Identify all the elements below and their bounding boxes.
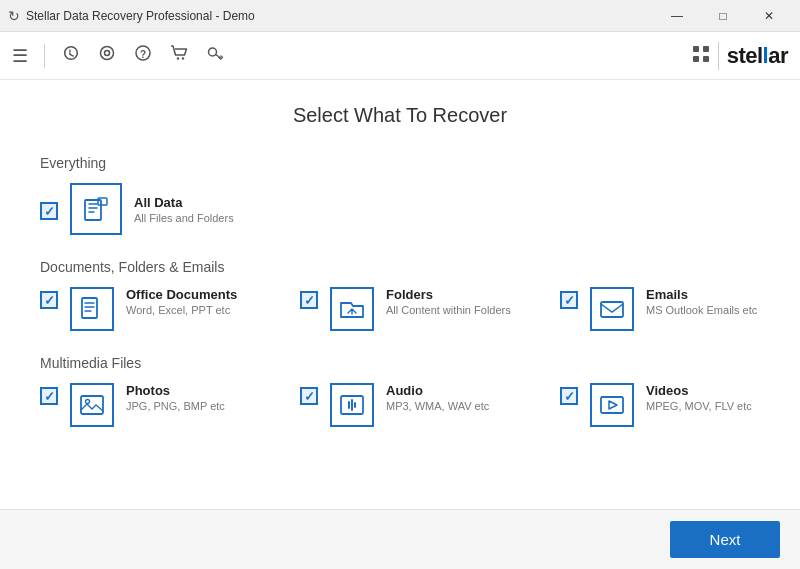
- folders-checkbox[interactable]: ✓: [300, 291, 318, 309]
- section-everything: Everything ✓ All Data All Files and Fold…: [40, 155, 760, 235]
- svg-rect-8: [703, 46, 709, 52]
- multimedia-items-row: ✓ Photos JPG, PNG, BMP etc ✓: [40, 383, 760, 427]
- alldata-title: All Data: [134, 195, 234, 210]
- minimize-button[interactable]: —: [654, 0, 700, 32]
- cart-icon[interactable]: [169, 43, 189, 68]
- svg-rect-7: [693, 46, 699, 52]
- toolbar-right: stellar: [692, 42, 788, 70]
- svg-rect-12: [98, 198, 107, 205]
- everything-items-row: ✓ All Data All Files and Folders: [40, 183, 760, 235]
- next-button[interactable]: Next: [670, 521, 780, 558]
- audio-title: Audio: [386, 383, 489, 398]
- svg-rect-14: [601, 302, 623, 317]
- audio-icon: [339, 392, 365, 418]
- emails-icon: [599, 296, 625, 322]
- emails-checkmark: ✓: [564, 294, 575, 307]
- videos-subtitle: MPEG, MOV, FLV etc: [646, 400, 752, 412]
- folders-subtitle: All Content within Folders: [386, 304, 511, 316]
- audio-checkbox[interactable]: ✓: [300, 387, 318, 405]
- officedocs-text: Office Documents Word, Excel, PPT etc: [126, 287, 237, 316]
- alldata-text: All Data All Files and Folders: [134, 195, 234, 224]
- folders-title: Folders: [386, 287, 511, 302]
- alldata-checkbox[interactable]: ✓: [40, 202, 58, 220]
- videos-icon-box: [590, 383, 634, 427]
- help-icon[interactable]: ?: [133, 43, 153, 68]
- videos-icon: [599, 392, 625, 418]
- title-bar-text: Stellar Data Recovery Professional - Dem…: [26, 9, 255, 23]
- stellar-logo: stellar: [727, 43, 788, 69]
- emails-icon-box: [590, 287, 634, 331]
- svg-rect-15: [81, 396, 103, 414]
- audio-icon-box: [330, 383, 374, 427]
- svg-point-4: [177, 57, 179, 59]
- svg-point-0: [101, 47, 114, 60]
- folders-icon-box: [330, 287, 374, 331]
- audio-text: Audio MP3, WMA, WAV etc: [386, 383, 489, 412]
- key-icon[interactable]: [205, 43, 225, 68]
- emails-text: Emails MS Outlook Emails etc: [646, 287, 757, 316]
- alldata-icon: [82, 195, 110, 223]
- section-multimedia: Multimedia Files ✓ Photos JPG, PNG, BMP …: [40, 355, 760, 427]
- emails-subtitle: MS Outlook Emails etc: [646, 304, 757, 316]
- svg-rect-10: [703, 56, 709, 62]
- item-videos: ✓ Videos MPEG, MOV, FLV etc: [560, 383, 780, 427]
- videos-title: Videos: [646, 383, 752, 398]
- alldata-icon-box: [70, 183, 122, 235]
- toolbar-separator-1: [44, 44, 45, 68]
- alldata-checkmark: ✓: [44, 205, 55, 218]
- videos-text: Videos MPEG, MOV, FLV etc: [646, 383, 752, 412]
- title-bar-left: ↻ Stellar Data Recovery Professional - D…: [8, 8, 255, 24]
- alldata-subtitle: All Files and Folders: [134, 212, 234, 224]
- folders-checkmark: ✓: [304, 294, 315, 307]
- photos-title: Photos: [126, 383, 225, 398]
- history-icon[interactable]: [61, 43, 81, 68]
- title-bar: ↻ Stellar Data Recovery Professional - D…: [0, 0, 800, 32]
- photos-icon-box: [70, 383, 114, 427]
- toolbar-left: ☰ ?: [12, 43, 225, 68]
- section-everything-label: Everything: [40, 155, 760, 171]
- toolbar: ☰ ?: [0, 32, 800, 80]
- bottom-bar: Next: [0, 509, 800, 569]
- svg-rect-18: [601, 397, 623, 413]
- section-documents-label: Documents, Folders & Emails: [40, 259, 760, 275]
- close-button[interactable]: ✕: [746, 0, 792, 32]
- item-audio: ✓ Audio MP3, WMA, WAV etc: [300, 383, 520, 427]
- officedocs-checkbox[interactable]: ✓: [40, 291, 58, 309]
- item-emails: ✓ Emails MS Outlook Emails etc: [560, 287, 780, 331]
- audio-checkmark: ✓: [304, 390, 315, 403]
- svg-point-1: [105, 51, 110, 56]
- photos-checkmark: ✓: [44, 390, 55, 403]
- svg-text:?: ?: [140, 49, 146, 60]
- svg-point-5: [182, 57, 184, 59]
- photos-text: Photos JPG, PNG, BMP etc: [126, 383, 225, 412]
- menu-icon[interactable]: ☰: [12, 45, 28, 67]
- page-title: Select What To Recover: [40, 104, 760, 127]
- section-multimedia-label: Multimedia Files: [40, 355, 760, 371]
- emails-title: Emails: [646, 287, 757, 302]
- toolbar-divider: [718, 42, 719, 70]
- photos-checkbox[interactable]: ✓: [40, 387, 58, 405]
- tools-icon[interactable]: [97, 43, 117, 68]
- window-controls: — □ ✕: [654, 0, 792, 32]
- folders-icon: [339, 296, 365, 322]
- svg-rect-9: [693, 56, 699, 62]
- svg-point-16: [86, 400, 90, 404]
- emails-checkbox[interactable]: ✓: [560, 291, 578, 309]
- item-office-docs: ✓ Office Documents Word, Excel, PPT etc: [40, 287, 260, 331]
- audio-subtitle: MP3, WMA, WAV etc: [386, 400, 489, 412]
- item-folders: ✓ Folders All Content within Folders: [300, 287, 520, 331]
- main-content: Select What To Recover Everything ✓ All …: [0, 80, 800, 509]
- photos-icon: [79, 392, 105, 418]
- maximize-button[interactable]: □: [700, 0, 746, 32]
- videos-checkmark: ✓: [564, 390, 575, 403]
- section-documents: Documents, Folders & Emails ✓ Office Doc…: [40, 259, 760, 331]
- officedocs-icon: [79, 296, 105, 322]
- videos-checkbox[interactable]: ✓: [560, 387, 578, 405]
- folders-text: Folders All Content within Folders: [386, 287, 511, 316]
- grid-icon[interactable]: [692, 45, 710, 67]
- photos-subtitle: JPG, PNG, BMP etc: [126, 400, 225, 412]
- officedocs-icon-box: [70, 287, 114, 331]
- officedocs-checkmark: ✓: [44, 294, 55, 307]
- officedocs-title: Office Documents: [126, 287, 237, 302]
- app-icon: ↻: [8, 8, 20, 24]
